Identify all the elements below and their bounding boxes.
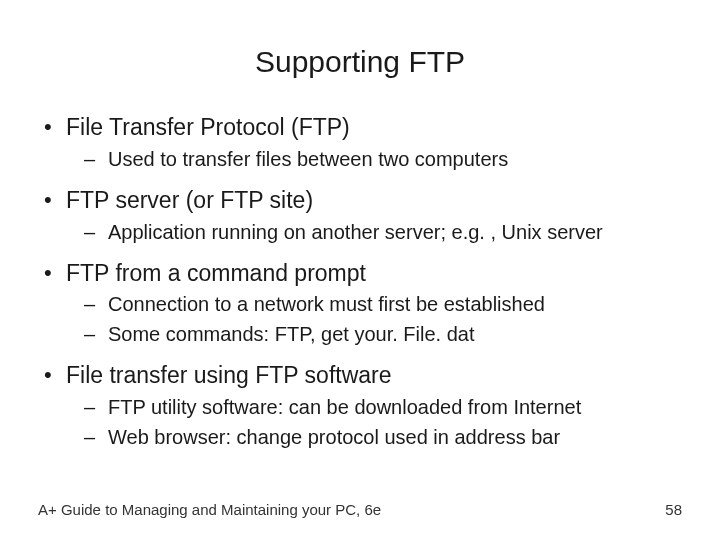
sub-list: Application running on another server; e… xyxy=(66,219,682,245)
bullet-item: FTP server (or FTP site) Application run… xyxy=(38,186,682,245)
sub-list: Used to transfer files between two compu… xyxy=(66,146,682,172)
sub-list: FTP utility software: can be downloaded … xyxy=(66,394,682,450)
sub-item: FTP utility software: can be downloaded … xyxy=(66,394,682,420)
sub-item: Used to transfer files between two compu… xyxy=(66,146,682,172)
slide: Supporting FTP File Transfer Protocol (F… xyxy=(0,0,720,540)
sub-item: Application running on another server; e… xyxy=(66,219,682,245)
footer-page-number: 58 xyxy=(665,501,682,518)
bullet-item: File Transfer Protocol (FTP) Used to tra… xyxy=(38,113,682,172)
bullet-text: File transfer using FTP software xyxy=(66,362,392,388)
bullet-list: File Transfer Protocol (FTP) Used to tra… xyxy=(38,113,682,450)
footer-left: A+ Guide to Managing and Maintaining you… xyxy=(38,501,381,518)
sub-item: Web browser: change protocol used in add… xyxy=(66,424,682,450)
bullet-text: FTP server (or FTP site) xyxy=(66,187,313,213)
slide-footer: A+ Guide to Managing and Maintaining you… xyxy=(38,501,682,518)
slide-title: Supporting FTP xyxy=(0,0,720,99)
bullet-item: File transfer using FTP software FTP uti… xyxy=(38,361,682,450)
bullet-item: FTP from a command prompt Connection to … xyxy=(38,259,682,348)
bullet-text: FTP from a command prompt xyxy=(66,260,366,286)
slide-content: File Transfer Protocol (FTP) Used to tra… xyxy=(0,113,720,450)
sub-list: Connection to a network must first be es… xyxy=(66,291,682,347)
sub-item: Connection to a network must first be es… xyxy=(66,291,682,317)
bullet-text: File Transfer Protocol (FTP) xyxy=(66,114,350,140)
sub-item: Some commands: FTP, get your. File. dat xyxy=(66,321,682,347)
